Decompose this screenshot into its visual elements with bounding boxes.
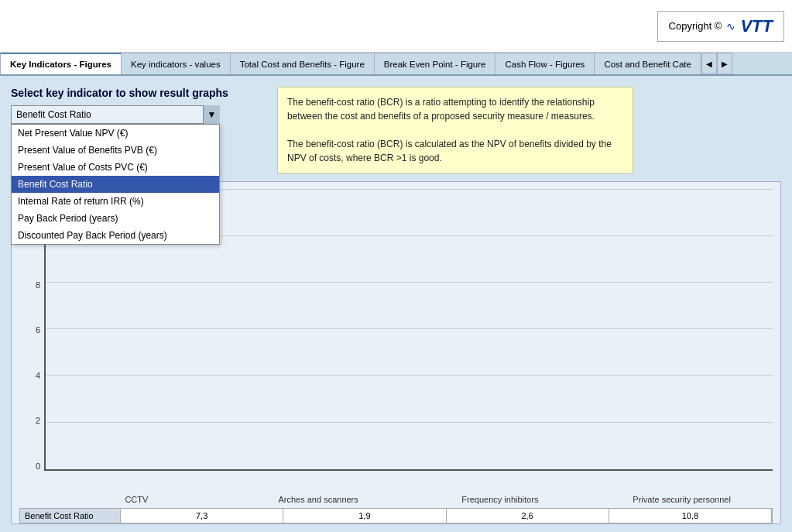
value-cell: 1,9 xyxy=(283,509,446,523)
tab-key-indicators-figures[interactable]: Key Indicators - Figures xyxy=(0,53,122,74)
y-label: 8 xyxy=(19,280,40,290)
y-label: 4 xyxy=(19,371,40,380)
y-label: 6 xyxy=(19,325,40,335)
tab-cost-benefit-cate[interactable]: Cost and Benefit Cate xyxy=(595,53,701,74)
wave-icon: ∿ xyxy=(726,20,735,33)
dropdown-open-list: Net Present Value NPV (€) Present Value … xyxy=(11,124,220,245)
tab-total-cost-benefits[interactable]: Total Cost and Benefits - Figure xyxy=(231,53,375,74)
value-cell: 2,6 xyxy=(447,509,609,523)
info-line1: The benefit-cost ratio (BCR) is a ratio … xyxy=(287,95,623,123)
main-content: Select key indicator to show result grap… xyxy=(0,76,792,532)
dropdown-option-pvc[interactable]: Present Value of Costs PVC (€) xyxy=(12,159,219,176)
dropdown-selected[interactable]: Benefit Cost Ratio xyxy=(11,105,220,124)
value-cell: 10,8 xyxy=(609,509,772,523)
y-label: 2 xyxy=(19,416,40,425)
dropdown-option-pvb[interactable]: Present Value of Benefits PVB (€) xyxy=(12,142,219,159)
tab-key-indicators-values[interactable]: Key indicators - values xyxy=(122,53,231,74)
vtt-logo: VTT xyxy=(740,16,773,36)
dropdown-wrapper: Benefit Cost Ratio ▼ Net Present Value N… xyxy=(11,105,220,124)
dropdown-option-payback[interactable]: Pay Back Period (years) xyxy=(12,210,219,227)
x-label: CCTV xyxy=(46,494,228,505)
info-box: The benefit-cost ratio (BCR) is a ratio … xyxy=(277,87,633,173)
value-cell: 7,3 xyxy=(121,509,283,523)
tab-break-even-point[interactable]: Break Even Point - Figure xyxy=(375,53,496,74)
dropdown-option-bcr[interactable]: Benefit Cost Ratio xyxy=(12,176,219,193)
dropdown-option-irr[interactable]: Internal Rate of return IRR (%) xyxy=(12,193,219,210)
top-section: Select key indicator to show result grap… xyxy=(11,87,781,173)
tab-bar: Key Indicators - Figures Key indicators … xyxy=(0,53,792,76)
section-title: Select key indicator to show result grap… xyxy=(11,87,266,99)
copyright-box: Copyright © ∿ VTT xyxy=(657,11,784,42)
x-label: Arches and scanners xyxy=(228,494,410,505)
top-header: Copyright © ∿ VTT xyxy=(0,0,792,53)
y-label: 0 xyxy=(19,462,40,471)
tab-next-button[interactable]: ▶ xyxy=(717,53,732,74)
left-panel: Select key indicator to show result grap… xyxy=(11,87,266,124)
dropdown-option-npv[interactable]: Net Present Value NPV (€) xyxy=(12,125,219,142)
x-labels: CCTVArches and scannersFrequency inhibit… xyxy=(19,493,773,506)
info-line2: The benefit-cost ratio (BCR) is calculat… xyxy=(287,137,623,165)
dropdown-option-discounted-payback[interactable]: Discounted Pay Back Period (years) xyxy=(12,227,219,244)
x-label: Frequency inhibitors xyxy=(410,494,591,505)
tab-prev-button[interactable]: ◀ xyxy=(701,53,717,74)
value-table-label: Benefit Cost Ratio xyxy=(20,509,121,523)
copyright-label: Copyright © xyxy=(669,20,722,32)
tab-cash-flow-figures[interactable]: Cash Flow - Figures xyxy=(495,53,595,74)
value-table: Benefit Cost Ratio 7,31,92,610,8 xyxy=(19,508,773,523)
x-label: Private security personnel xyxy=(591,494,773,505)
